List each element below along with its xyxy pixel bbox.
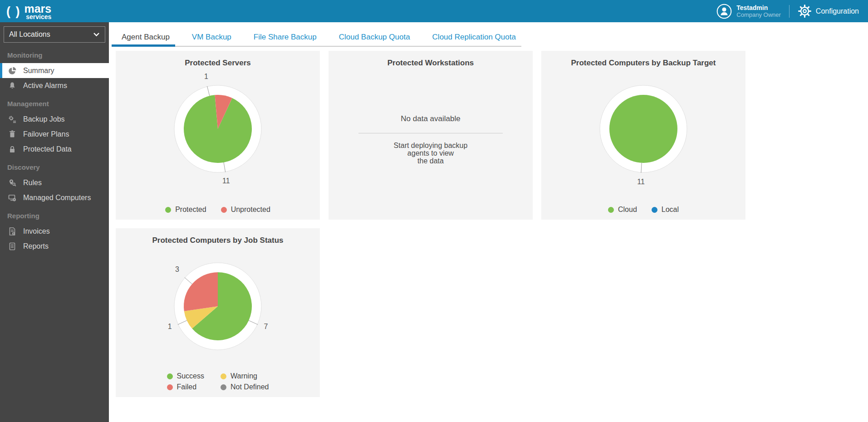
pie-chart: 713: [163, 251, 272, 364]
legend-label: Warning: [230, 372, 257, 380]
sidebar-item-managed-computers[interactable]: Managed Computers: [0, 190, 109, 205]
legend-item-success[interactable]: Success: [167, 372, 204, 380]
legend-label: Local: [662, 206, 679, 214]
legend-item-cloud[interactable]: Cloud: [608, 206, 637, 214]
legend-label: Unprotected: [231, 206, 270, 214]
sidebar-item-label: Reports: [23, 242, 49, 250]
sidebar-item-failover-plans[interactable]: Failover Plans: [0, 127, 109, 142]
sidebar-item-invoices[interactable]: Invoices: [0, 224, 109, 239]
main-content: Agent BackupVM BackupFile Share BackupCl…: [109, 22, 868, 422]
invoice-icon: [7, 227, 17, 236]
no-data-divider: [358, 133, 503, 133]
topbar-divider: [789, 5, 790, 18]
legend-label: Protected: [175, 206, 206, 214]
card-protected-computers-by-job-status: Protected Computers by Job Status713Succ…: [116, 228, 320, 397]
sidebar-item-label: Rules: [23, 179, 42, 187]
legend-item-warning[interactable]: Warning: [221, 372, 269, 380]
chevron-down-icon: [93, 32, 100, 37]
tab-file-share-backup[interactable]: File Share Backup: [248, 32, 322, 47]
no-data-hint-line: agents to view: [394, 149, 468, 157]
no-data-hint-line: Start deploying backup: [394, 142, 468, 149]
no-data-message: No data available: [401, 114, 460, 123]
card-title: Protected Servers: [185, 59, 251, 68]
sidebar: All Locations MonitoringSummaryActive Al…: [0, 22, 109, 422]
sidebar-item-label: Summary: [23, 67, 54, 75]
pie-chart: 11: [589, 74, 698, 187]
location-filter-value: All Locations: [9, 30, 50, 39]
sidebar-section-label: Reporting: [0, 205, 109, 224]
pie-value-label: 1: [168, 323, 172, 330]
legend-label: Success: [177, 372, 204, 380]
legend-item-unprotected[interactable]: Unprotected: [221, 206, 270, 214]
sidebar-item-reports[interactable]: Reports: [0, 239, 109, 254]
sidebar-nav: MonitoringSummaryActive AlarmsManagement…: [0, 44, 109, 254]
sidebar-item-label: Backup Jobs: [23, 115, 65, 123]
user-role: Company Owner: [736, 11, 781, 19]
user-name: Testadmin: [736, 4, 781, 11]
sidebar-item-rules[interactable]: Rules: [0, 175, 109, 190]
legend-item-local[interactable]: Local: [652, 206, 679, 214]
pie-value-label: 7: [264, 323, 268, 330]
legend-dot: [652, 207, 657, 213]
legend-item-failed[interactable]: Failed: [167, 383, 204, 391]
top-bar: ( ) mars services Testadmin Company Owne…: [0, 0, 868, 22]
brand-subtitle: services: [26, 14, 51, 20]
legend-label: Not Defined: [230, 383, 269, 391]
sidebar-item-protected-data[interactable]: Protected Data: [0, 142, 109, 157]
sidebar-item-label: Managed Computers: [23, 194, 91, 202]
backup-jobs-icon: [7, 115, 17, 124]
card-protected-servers: Protected Servers111ProtectedUnprotected: [116, 51, 320, 220]
chart-legend: CloudLocal: [608, 206, 679, 214]
tab-cloud-backup-quota[interactable]: Cloud Backup Quota: [333, 32, 416, 47]
legend-dot: [221, 384, 226, 390]
pin-search-icon: [7, 178, 17, 187]
tab-agent-backup[interactable]: Agent Backup: [116, 32, 175, 47]
pie-chart-icon: [7, 66, 17, 75]
tab-vm-backup[interactable]: VM Backup: [186, 32, 237, 47]
report-icon: [7, 242, 17, 251]
sidebar-item-backup-jobs[interactable]: Backup Jobs: [0, 112, 109, 127]
card-protected-workstations: Protected WorkstationsNo data availableS…: [329, 51, 533, 220]
brand-logo[interactable]: ( ) mars services: [0, 2, 51, 20]
location-filter-select[interactable]: All Locations: [4, 26, 105, 43]
legend-dot: [167, 373, 173, 379]
card-protected-computers-by-backup-target: Protected Computers by Backup Target11Cl…: [541, 51, 745, 220]
pie-chart: 111: [163, 74, 272, 187]
tab-cloud-replication-quota[interactable]: Cloud Replication Quota: [427, 32, 521, 47]
no-data-block: No data availableStart deploying backupa…: [329, 68, 533, 165]
legend-label: Failed: [177, 383, 197, 391]
brand-logo-icon: ( ): [6, 2, 20, 20]
legend-label: Cloud: [618, 206, 637, 214]
legend-item-not-defined[interactable]: Not Defined: [221, 383, 269, 391]
card-title: Protected Workstations: [387, 59, 474, 68]
sidebar-section-label: Management: [0, 93, 109, 112]
sidebar-item-label: Active Alarms: [23, 82, 67, 90]
tab-bar: Agent BackupVM BackupFile Share BackupCl…: [109, 22, 868, 47]
sidebar-item-active-alarms[interactable]: Active Alarms: [0, 78, 109, 93]
user-avatar-icon: [716, 4, 732, 19]
sidebar-section-label: Discovery: [0, 157, 109, 175]
legend-dot: [165, 207, 171, 213]
failover-plans-icon: [7, 130, 17, 139]
sidebar-item-label: Invoices: [23, 227, 50, 236]
pie-value-label: 11: [222, 177, 230, 185]
topbar-right: Testadmin Company Owner: [716, 4, 868, 19]
legend-dot: [608, 207, 614, 213]
chart-legend: SuccessWarningFailedNot Defined: [167, 372, 269, 391]
configuration-label: Configuration: [816, 7, 859, 15]
configuration-button[interactable]: Configuration: [798, 4, 859, 18]
sidebar-item-summary[interactable]: Summary: [0, 63, 109, 78]
legend-dot: [221, 207, 227, 213]
bell-icon: [7, 81, 17, 90]
brand-name: mars: [24, 4, 51, 14]
dashboard-cards: Protected Servers111ProtectedUnprotected…: [109, 47, 760, 397]
chart-legend: ProtectedUnprotected: [165, 206, 270, 214]
card-title: Protected Computers by Job Status: [152, 236, 283, 245]
pie-slice-cloud[interactable]: [609, 95, 677, 163]
no-data-hint: Start deploying backupagents to viewthe …: [394, 142, 468, 165]
legend-item-protected[interactable]: Protected: [165, 206, 206, 214]
user-menu-button[interactable]: Testadmin Company Owner: [716, 4, 781, 19]
pie-value-label: 3: [175, 265, 179, 273]
sidebar-section-label: Monitoring: [0, 44, 109, 63]
card-title: Protected Computers by Backup Target: [571, 59, 716, 68]
